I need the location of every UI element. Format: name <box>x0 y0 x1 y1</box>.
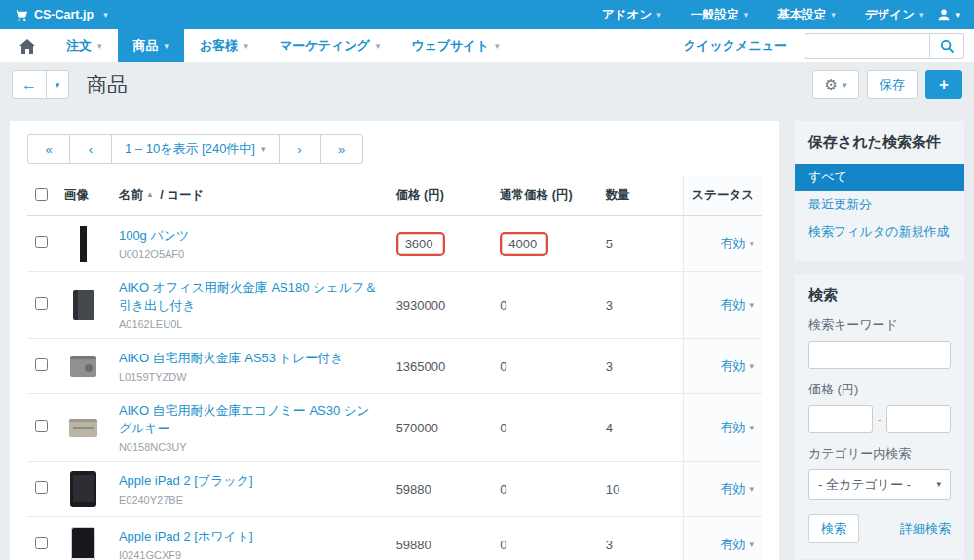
nav-item-marketing[interactable]: マーケティング▾ <box>264 29 395 62</box>
list-price-value[interactable]: 0 <box>500 538 506 552</box>
user-icon <box>937 8 951 21</box>
price-value[interactable]: 570000 <box>396 421 438 435</box>
quantity-value[interactable]: 3 <box>606 298 613 313</box>
product-name-link[interactable]: Apple iPad 2 [ブラック] <box>119 473 253 488</box>
price-from-input[interactable] <box>808 405 873 433</box>
sort-asc-icon: ▲ <box>146 190 154 199</box>
price-value[interactable]: 3930000 <box>396 298 446 313</box>
saved-search-create-filter[interactable]: 検索フィルタの新規作成 <box>795 218 964 245</box>
product-name-link[interactable]: AIKO 自宅用耐火金庫エコノミー AS30 シングルキー <box>119 403 370 435</box>
back-dropdown-button[interactable]: ▾ <box>46 70 69 99</box>
status-dropdown[interactable]: 有効▾ <box>720 537 754 551</box>
search-icon <box>940 39 955 54</box>
list-price-value[interactable]: 0 <box>500 359 506 374</box>
chevron-down-icon: ▾ <box>244 42 248 51</box>
status-dropdown[interactable]: 有効▾ <box>720 358 754 373</box>
column-header-list-price[interactable]: 通常価格 (円) <box>492 175 597 216</box>
nav-item-products[interactable]: 商品▾ <box>118 29 185 62</box>
cart-icon <box>14 8 28 22</box>
page-title: 商品 <box>87 71 128 98</box>
search-submit-button[interactable]: 検索 <box>808 514 859 543</box>
add-product-button[interactable]: + <box>925 70 962 99</box>
status-dropdown[interactable]: 有効▾ <box>720 297 754 312</box>
page-toolbar: ← ▾ 商品 ⚙ ▾ 保存 + <box>0 62 974 107</box>
save-button[interactable]: 保存 <box>867 70 918 99</box>
pagination-range-dropdown[interactable]: 1 – 10を表示 [240件中] ▾ <box>111 134 280 164</box>
quantity-value[interactable]: 10 <box>606 482 619 497</box>
topbar-menu-general-settings[interactable]: 一般設定▾ <box>691 7 749 23</box>
product-name-link[interactable]: AIKO オフィス用耐火金庫 AS180 シェルフ＆引き出し付き <box>119 280 377 313</box>
list-price-field-highlighted[interactable]: 4000 <box>500 232 548 256</box>
list-price-value[interactable]: 0 <box>500 298 506 313</box>
table-row: 100g パンツU0012O5AF0 3600 4000 5 有効▾ <box>27 216 762 272</box>
category-select[interactable]: - 全カテゴリー - ▾ <box>808 469 951 500</box>
back-button[interactable]: ← <box>12 70 47 99</box>
status-dropdown[interactable]: 有効▾ <box>720 236 754 250</box>
list-price-value[interactable]: 0 <box>500 421 506 435</box>
pagination-next-button[interactable]: › <box>279 134 321 164</box>
right-sidebar: 保存された検索条件 すべて 最近更新分 検索フィルタの新規作成 検索 検索キーワ… <box>795 121 964 560</box>
row-checkbox[interactable] <box>35 236 48 248</box>
list-price-value[interactable]: 0 <box>500 482 506 497</box>
chevron-down-icon: ▾ <box>744 11 749 19</box>
admin-search-button[interactable] <box>929 33 964 59</box>
product-code: I0241GCXF9 <box>119 549 381 560</box>
user-menu[interactable]: ▾ <box>937 8 960 21</box>
price-to-input[interactable] <box>886 405 951 433</box>
gear-icon: ⚙ <box>825 76 838 93</box>
nav-item-orders[interactable]: 注文▾ <box>51 29 118 62</box>
column-header-name-code[interactable]: 名前▲ / コード <box>111 175 389 216</box>
price-value[interactable]: 59880 <box>396 538 431 552</box>
column-header-price[interactable]: 価格 (円) <box>389 175 493 216</box>
pagination-prev-button[interactable]: ‹ <box>69 134 112 164</box>
price-value[interactable]: 59880 <box>396 482 431 497</box>
chevron-down-icon: ▾ <box>749 362 754 371</box>
row-checkbox[interactable] <box>35 358 48 371</box>
product-name-link[interactable]: 100g パンツ <box>119 228 189 243</box>
price-value[interactable]: 1365000 <box>396 359 446 374</box>
pagination-last-button[interactable]: » <box>320 134 363 164</box>
chevron-down-icon: ▾ <box>749 541 754 549</box>
table-row: AIKO 自宅用耐火金庫エコノミー AS30 シングルキーN0158NC3UY … <box>27 394 762 462</box>
topbar-menu-design[interactable]: デザイン▾ <box>865 7 924 23</box>
select-all-checkbox[interactable] <box>35 188 48 201</box>
main-navbar: 注文▾ 商品▾ お客様▾ マーケティング▾ ウェブサイト▾ クイックメニュー <box>0 29 974 62</box>
product-name-link[interactable]: AIKO 自宅用耐火金庫 AS53 トレー付き <box>119 351 344 365</box>
nav-item-customers[interactable]: お客様▾ <box>184 29 264 62</box>
quick-menu-link[interactable]: クイックメニュー <box>666 29 805 62</box>
quantity-value[interactable]: 3 <box>606 359 613 374</box>
quantity-value[interactable]: 4 <box>606 421 613 435</box>
column-header-quantity[interactable]: 数量 <box>598 175 684 216</box>
price-field-highlighted[interactable]: 3600 <box>396 232 445 256</box>
status-dropdown[interactable]: 有効▾ <box>720 481 754 496</box>
table-row: AIKO 自宅用耐火金庫 AS53 トレー付きL0159TYZDW 136500… <box>27 339 762 394</box>
topbar-menu-addons[interactable]: アドオン▾ <box>602 7 661 23</box>
keyword-input[interactable] <box>808 341 951 369</box>
chevron-down-icon: ▾ <box>749 240 754 248</box>
nav-item-website[interactable]: ウェブサイト▾ <box>395 29 514 62</box>
quantity-value[interactable]: 3 <box>606 538 613 552</box>
admin-search-input[interactable] <box>805 33 929 59</box>
saved-search-recently-updated[interactable]: 最近更新分 <box>795 191 964 218</box>
saved-search-all[interactable]: すべて <box>795 164 964 191</box>
store-brand-menu[interactable]: CS-Cart.jp ▾ <box>34 8 108 21</box>
home-icon[interactable] <box>0 29 51 62</box>
topbar-menu-basic-settings[interactable]: 基本設定▾ <box>777 7 836 23</box>
product-image <box>64 408 103 447</box>
search-panel-title: 検索 <box>808 286 951 305</box>
row-checkbox[interactable] <box>35 297 48 310</box>
row-checkbox[interactable] <box>35 420 48 432</box>
product-name-link[interactable]: Apple iPad 2 [ホワイト] <box>119 529 253 543</box>
table-row: Apple iPad 2 [ホワイト]I0241GCXF9 59880 0 3 … <box>27 517 762 560</box>
quantity-value[interactable]: 5 <box>606 237 613 251</box>
pagination-first-button[interactable]: « <box>27 134 70 164</box>
row-checkbox[interactable] <box>35 537 48 549</box>
product-image <box>64 525 103 560</box>
status-dropdown[interactable]: 有効▾ <box>720 420 754 434</box>
settings-gear-button[interactable]: ⚙ ▾ <box>812 70 859 99</box>
row-checkbox[interactable] <box>35 481 48 494</box>
product-code: L0159TYZDW <box>119 371 381 383</box>
pagination: « ‹ 1 – 10を表示 [240件中] ▾ › » <box>27 134 363 164</box>
advanced-search-link[interactable]: 詳細検索 <box>900 520 951 538</box>
product-code: N0158NC3UY <box>119 441 381 453</box>
